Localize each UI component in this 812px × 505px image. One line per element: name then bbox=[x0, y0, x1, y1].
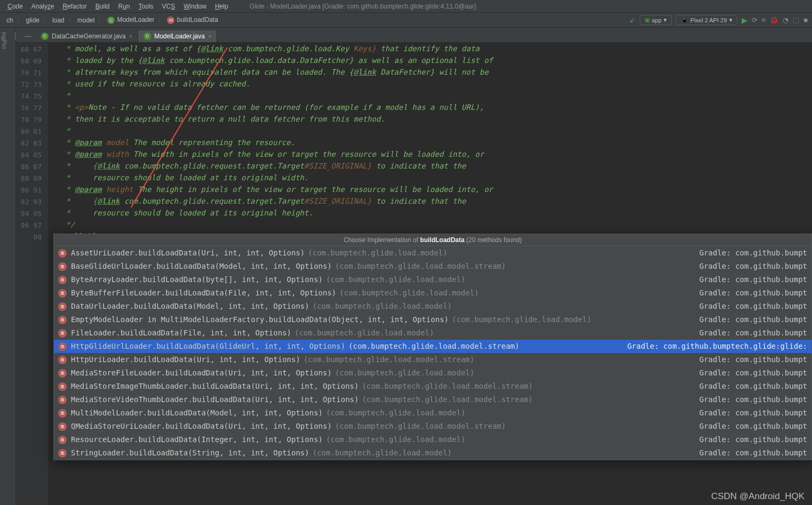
menu-run[interactable]: Run bbox=[115, 2, 133, 11]
method-icon: m bbox=[167, 17, 174, 24]
menu-bar: CCodeode Analyze Refactor Build Run Tool… bbox=[0, 0, 812, 13]
left-tool-strip: ingProestn.manglideFragmMainAidManles.pr… bbox=[0, 28, 16, 505]
menu-tools[interactable]: Tools bbox=[136, 2, 157, 11]
tool-window-stripe[interactable]: ingPro bbox=[0, 30, 9, 505]
method-icon: m bbox=[58, 422, 67, 431]
class-icon: C bbox=[144, 33, 151, 40]
method-icon: m bbox=[58, 262, 67, 271]
implementation-item[interactable]: mByteArrayLoader.buildLoadData(byte[], i… bbox=[54, 273, 811, 286]
menu-help[interactable]: Help bbox=[212, 2, 232, 11]
implementation-item[interactable]: mBaseGlideUrlLoader.buildLoadData(Model,… bbox=[54, 260, 811, 273]
method-icon: m bbox=[58, 329, 67, 338]
chevron-right-icon: 〉 bbox=[156, 15, 165, 25]
choose-implementation-popup: Choose Implementation of buildLoadData (… bbox=[53, 234, 812, 460]
crumb[interactable]: model bbox=[75, 17, 97, 24]
chevron-right-icon: 〉 bbox=[67, 15, 75, 25]
window-title: Glide - ModelLoader.java [Gradle: com.gi… bbox=[246, 2, 479, 11]
implementation-item[interactable]: mMediaStoreImageThumbLoader.buildLoadDat… bbox=[54, 380, 811, 393]
menu-analyze[interactable]: Analyze bbox=[28, 2, 58, 11]
menu-build[interactable]: Build bbox=[92, 2, 113, 11]
menu-vcs[interactable]: VCS bbox=[159, 2, 179, 11]
toolbar-right: ↙ ▣app▾ 📱Pixel 2 API 29▾ ▶ ⟳ ≡ 🐞 ◔ ⬚ ■ bbox=[630, 15, 808, 25]
tab-menu-icon[interactable]: — bbox=[20, 30, 36, 42]
device-selector[interactable]: 📱Pixel 2 API 29▾ bbox=[676, 15, 737, 25]
method-icon: m bbox=[58, 436, 67, 444]
method-icon: m bbox=[58, 342, 67, 351]
build-icon[interactable]: ↙ bbox=[630, 16, 635, 24]
implementation-item[interactable]: mHttpGlideUrlLoader.buildLoadData(GlideU… bbox=[54, 340, 811, 353]
coverage-icon[interactable]: ≡ bbox=[762, 16, 766, 24]
implementation-item[interactable]: mMultiModelLoader.buildLoadData(Model, i… bbox=[54, 406, 811, 420]
popup-list[interactable]: mAssetUriLoader.buildLoadData(Uri, int, … bbox=[54, 246, 811, 460]
menu-code[interactable]: CCodeode bbox=[4, 2, 26, 11]
implementation-item[interactable]: mResourceLoader.buildLoadData(Integer, i… bbox=[54, 433, 811, 446]
method-icon: m bbox=[58, 449, 67, 458]
close-icon[interactable]: × bbox=[208, 33, 211, 39]
crumb-method[interactable]: mbuildLoadData bbox=[165, 16, 220, 24]
method-icon: m bbox=[58, 289, 67, 298]
method-icon: m bbox=[58, 369, 67, 378]
line-gutter: 66 67 68 69 70 71 72 73 74 75 76 77 78 7… bbox=[16, 43, 48, 505]
menu-refactor[interactable]: Refactor bbox=[59, 2, 90, 11]
crumb-class[interactable]: CModelLoader bbox=[105, 16, 156, 24]
run-icon[interactable]: ▶ bbox=[742, 16, 747, 25]
chevron-right-icon: 〉 bbox=[15, 15, 24, 25]
implementation-item[interactable]: mAssetUriLoader.buildLoadData(Uri, int, … bbox=[54, 246, 811, 260]
implementation-item[interactable]: mDataUrlLoader.buildLoadData(Model, int,… bbox=[54, 300, 811, 313]
chevron-right-icon: 〉 bbox=[97, 15, 105, 25]
run-config-selector[interactable]: ▣app▾ bbox=[640, 15, 672, 25]
method-icon: m bbox=[58, 276, 67, 284]
popup-title: Choose Implementation of buildLoadData (… bbox=[54, 234, 811, 246]
implementation-item[interactable]: mStringLoader.buildLoadData(String, int,… bbox=[54, 446, 811, 460]
debug-icon[interactable]: ⟳ bbox=[752, 16, 758, 24]
implementation-item[interactable]: mMediaStoreFileLoader.buildLoadData(Uri,… bbox=[54, 366, 811, 380]
implementation-item[interactable]: mHttpUriLoader.buildLoadData(Uri, int, i… bbox=[54, 353, 811, 366]
close-icon[interactable]: × bbox=[129, 33, 132, 39]
crumb[interactable]: ch bbox=[4, 17, 15, 24]
profiler-icon[interactable]: ◔ bbox=[783, 16, 789, 24]
editor-tabs: — CDataCacheGenerator.java×CModelLoader.… bbox=[16, 28, 812, 43]
menu-window[interactable]: Window bbox=[180, 2, 210, 11]
method-icon: m bbox=[58, 356, 67, 364]
bug-icon[interactable]: 🐞 bbox=[770, 16, 778, 24]
editor-tab[interactable]: CModelLoader.java× bbox=[138, 30, 217, 42]
crumb[interactable]: load bbox=[50, 17, 67, 24]
method-icon: m bbox=[58, 249, 67, 258]
implementation-item[interactable]: mEmptyModelLoader in MultiModelLoaderFac… bbox=[54, 313, 811, 326]
method-icon: m bbox=[58, 396, 67, 404]
chevron-right-icon: 〉 bbox=[42, 15, 50, 25]
implementation-item[interactable]: mQMediaStoreUriLoader.buildLoadData(Uri,… bbox=[54, 420, 811, 433]
class-icon: C bbox=[107, 17, 115, 24]
editor-tab[interactable]: CDataCacheGenerator.java× bbox=[36, 30, 138, 42]
implementation-item[interactable]: mByteBufferFileLoader.buildLoadData(File… bbox=[54, 286, 811, 300]
attach-icon[interactable]: ⬚ bbox=[793, 16, 799, 24]
method-icon: m bbox=[58, 302, 67, 311]
method-icon: m bbox=[58, 316, 67, 324]
stop-icon[interactable]: ■ bbox=[803, 16, 808, 24]
implementation-item[interactable]: mMediaStoreVideoThumbLoader.buildLoadDat… bbox=[54, 393, 811, 406]
chevron-down-icon: ▾ bbox=[664, 17, 667, 23]
class-icon: C bbox=[41, 33, 49, 40]
method-icon: m bbox=[58, 382, 67, 391]
crumb[interactable]: glide bbox=[24, 17, 42, 24]
chevron-down-icon: ▾ bbox=[729, 17, 733, 23]
method-icon: m bbox=[58, 409, 67, 418]
implementation-item[interactable]: mFileLoader.buildLoadData(File, int, int… bbox=[54, 326, 811, 340]
navigation-bar: ch〉 glide〉 load〉 model〉 CModelLoader〉 mb… bbox=[0, 13, 812, 28]
